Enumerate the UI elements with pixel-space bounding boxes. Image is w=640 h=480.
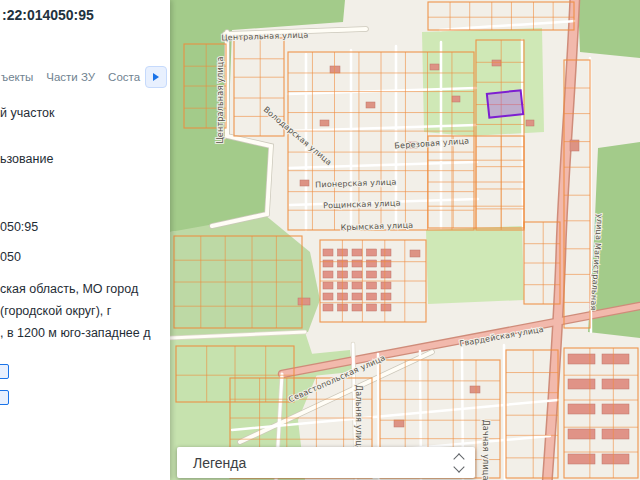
tab-parts-zu[interactable]: Части ЗУ <box>46 71 95 83</box>
land-use-label: ьзование <box>0 152 53 166</box>
tab-objects[interactable]: ъекты <box>1 71 33 83</box>
cadastral-number-title: :22:014050:95 <box>2 7 94 23</box>
parcel-type-label: й участок <box>0 106 54 120</box>
map-svg[interactable]: Центральная улицаЦентральная улицаВолода… <box>170 0 640 480</box>
quarter-number-value: 050 <box>0 250 21 264</box>
chevron-down-icon <box>453 461 464 472</box>
cadastral-map-app: Центральная улицаЦентральная улицаВолода… <box>0 0 640 480</box>
street-label: Дачная улица <box>481 419 490 480</box>
cadastral-number-value: 050:95 <box>0 220 38 234</box>
panel-tabs: ъекты Части ЗУ Соста <box>1 71 140 83</box>
map-canvas[interactable]: Центральная улицаЦентральная улицаВолода… <box>170 0 640 480</box>
chevron-right-icon <box>153 73 159 81</box>
panel-expand-button[interactable] <box>145 66 167 88</box>
parcel-address: ская область, МО город (городской округ)… <box>0 278 150 344</box>
parcel-info-panel: :22:014050:95 ъекты Части ЗУ Соста й уча… <box>0 0 170 480</box>
tab-structure[interactable]: Соста <box>108 71 140 83</box>
link-icon[interactable] <box>0 390 9 405</box>
legend-bar[interactable]: Легенда <box>177 447 475 478</box>
link-icon[interactable] <box>0 364 9 379</box>
legend-title: Легенда <box>193 455 246 471</box>
selected-parcel-highlight <box>487 90 523 117</box>
street-label: Дальняя улица <box>354 385 363 451</box>
collapse-expand-icon[interactable] <box>455 455 463 471</box>
street-label: Центральная улица <box>216 56 225 143</box>
